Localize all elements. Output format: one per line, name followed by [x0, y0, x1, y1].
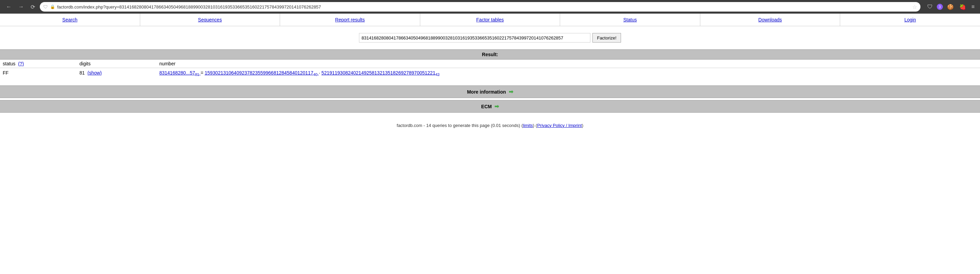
nav-link-sequences[interactable]: Sequences	[198, 17, 222, 22]
more-info-icon: ➡︎	[509, 89, 513, 95]
nav-link-report[interactable]: Report results	[335, 17, 365, 22]
more-info-section[interactable]: More information ➡︎	[0, 85, 980, 98]
factor1-sub: 40	[313, 73, 318, 76]
number-sub: 81	[195, 73, 199, 76]
nav-item-status[interactable]: Status	[560, 14, 700, 26]
number-short-link[interactable]: 8314168280...5781	[159, 70, 200, 76]
notification-badge: 3	[937, 4, 943, 10]
search-form: Factorize!	[0, 30, 980, 49]
nav-item-sequences[interactable]: Sequences	[140, 14, 280, 26]
col-header-digits: digits	[77, 60, 157, 68]
extensions-icon[interactable]: 🛡	[926, 3, 934, 11]
forward-button[interactable]: →	[16, 2, 26, 11]
nav-item-downloads[interactable]: Downloads	[700, 14, 840, 26]
footer-text-middle: ) (	[533, 123, 537, 128]
more-info-label: More information	[467, 89, 506, 95]
footer-text-end: )	[582, 123, 583, 128]
nav-bar: Search Sequences Report results Factor t…	[0, 14, 980, 26]
url-text: factordb.com/index.php?query=83141682808…	[57, 5, 910, 10]
table-row: FF 81 (show) 8314168280...5781 = 1593021…	[0, 68, 980, 79]
profile-avatar-icon[interactable]: 🍓	[958, 3, 967, 11]
show-link[interactable]: (show)	[88, 70, 102, 76]
limits-link[interactable]: limits	[523, 123, 533, 128]
results-header: Result:	[0, 49, 980, 60]
col-header-number: number	[156, 60, 980, 68]
nav-item-login[interactable]: Login	[840, 14, 980, 26]
cell-digits: 81 (show)	[77, 68, 157, 79]
nav-item-search[interactable]: Search	[0, 14, 140, 26]
privacy-link[interactable]: Privacy Policy / Imprint	[537, 123, 582, 128]
footer: factordb.com - 14 queries to generate th…	[0, 123, 980, 135]
main-content: Factorize! Result: status (?) digits num…	[0, 26, 980, 138]
footer-text-before: factordb.com - 14 queries to generate th…	[397, 123, 523, 128]
nav-link-status[interactable]: Status	[624, 17, 637, 22]
search-input[interactable]	[359, 33, 590, 43]
factor1-link[interactable]: 1593021310640923782355996681284584012011…	[205, 70, 318, 76]
browser-actions: 🛡 3 🍪 🍓 ≡	[926, 3, 976, 11]
results-section: Result: status (?) digits number FF 81	[0, 49, 980, 79]
ecm-icon: ➡︎	[495, 104, 499, 109]
nav-item-factor-tables[interactable]: Factor tables	[420, 14, 560, 26]
nav-link-search[interactable]: Search	[62, 17, 77, 22]
results-table: status (?) digits number FF 81 (show)	[0, 60, 980, 79]
nav-link-downloads[interactable]: Downloads	[759, 17, 782, 22]
ecm-section[interactable]: ECM ➡︎	[0, 100, 980, 113]
status-help-link[interactable]: (?)	[18, 61, 24, 66]
address-bar[interactable]: 🛡 🔒 factordb.com/index.php?query=8314168…	[40, 2, 920, 11]
lock-icon: 🔒	[50, 5, 55, 9]
menu-icon[interactable]: ≡	[970, 3, 976, 11]
nav-link-factor-tables[interactable]: Factor tables	[476, 17, 504, 22]
nav-item-report[interactable]: Report results	[280, 14, 420, 26]
factorize-button[interactable]: Factorize!	[592, 33, 620, 43]
browser-chrome: ← → ⟳ 🛡 🔒 factordb.com/index.php?query=8…	[0, 0, 980, 14]
back-button[interactable]: ←	[4, 2, 14, 11]
col-header-status: status (?)	[0, 60, 77, 68]
bookmark-icon[interactable]: ☆	[912, 4, 917, 10]
cell-number: 8314168280...5781 = 15930213106409237823…	[156, 68, 980, 79]
table-header-row: status (?) digits number	[0, 60, 980, 68]
ecm-label: ECM	[481, 104, 492, 109]
factor2-sub: 42	[435, 73, 439, 76]
reload-button[interactable]: ⟳	[29, 2, 37, 11]
factor2-link[interactable]: 5219119308240214925813213518269278970051…	[321, 70, 440, 76]
shield-icon: 🛡	[43, 4, 48, 10]
cell-status: FF	[0, 68, 77, 79]
profile-cookie-icon[interactable]: 🍪	[946, 3, 955, 11]
nav-link-login[interactable]: Login	[904, 17, 916, 22]
